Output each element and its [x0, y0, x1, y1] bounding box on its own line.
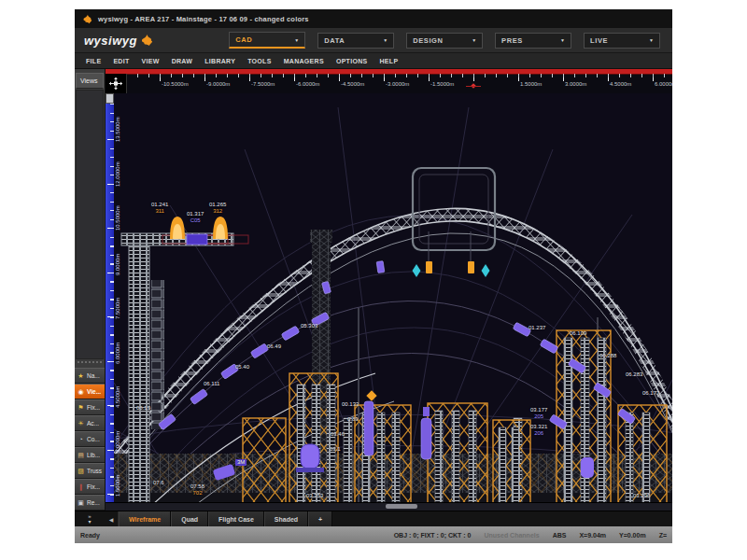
view-tab[interactable]: + [308, 511, 332, 526]
ruler-label: 6.0000m [655, 81, 672, 87]
ruler-label: -10.5000m [162, 81, 189, 87]
sidebar-shortcut[interactable]: ★ Na... [75, 368, 105, 384]
ruler-label: -1.5000m [430, 81, 454, 87]
shortcut-icon: ☀ [77, 420, 85, 427]
menu-item[interactable]: HELP [380, 58, 399, 64]
ruler-label: 1.5000m [520, 81, 542, 87]
menu-item[interactable]: DRAW [172, 58, 193, 64]
view-tab[interactable]: Wireframe [119, 511, 171, 526]
fixture-label: 06.283 [626, 371, 642, 378]
menu-item[interactable]: TOOLS [247, 58, 271, 64]
chevron-down-icon: ▼ [472, 37, 476, 43]
mode-button[interactable]: DATA ▼ [317, 33, 394, 49]
ruler-label: 1.5000m [115, 475, 120, 497]
fixture-label: 06.111 [204, 381, 219, 387]
fixture-label: 01.241 311 [151, 202, 168, 214]
fixture-label: 05.303 [301, 323, 317, 329]
ruler-label: 4.5000m [115, 386, 120, 408]
ruler-label: -6.0000m [296, 81, 319, 87]
menu-item[interactable]: LIBRARY [204, 58, 235, 64]
ruler-label: 12.0000m [115, 161, 120, 187]
ruler-label: 13.5000m [115, 117, 120, 142]
shortcut-icon: ∥ [77, 483, 85, 491]
mode-button[interactable]: PRES ▼ [495, 33, 571, 49]
view-tab[interactable]: Shaded [264, 511, 308, 526]
fixture-label: 06.49 [267, 343, 281, 350]
shortcut-icon: ⚑ [77, 404, 85, 412]
shortcut-drag-handle[interactable] [78, 361, 102, 367]
sidebar-shortcut[interactable]: ▤ Lib... [75, 447, 105, 463]
chevron-down-icon: ▼ [649, 37, 654, 43]
views-list-panel[interactable] [76, 90, 104, 359]
menu-item[interactable]: OPTIONS [336, 58, 368, 64]
fixture-label: 03.177 205 [530, 407, 547, 419]
app-logo-icon [82, 14, 92, 24]
ruler-label: -3.0000m [386, 81, 409, 87]
fixture-label: 03.46 [331, 431, 345, 438]
shortcut-icon: ▤ [77, 452, 85, 459]
app-window: wysiwyg - AREA 217 - Mainstage - 17 06 0… [75, 9, 672, 543]
fixture-label: 06.13 [136, 405, 150, 412]
chevron-down-icon: ▼ [383, 37, 388, 43]
tab-scroll-left-button[interactable]: ◀ [105, 511, 119, 526]
status-unused-channels: Unused Channels [485, 532, 540, 539]
view-tab[interactable]: Flight Case [208, 511, 264, 526]
fixture-label: 01.237 [529, 325, 545, 331]
fixture-label: 03.1 [330, 446, 341, 453]
ruler-label: 7.5000m [115, 298, 120, 319]
sidebar-shortcut[interactable]: ◉ Vie... [75, 384, 105, 399]
screenshot-canvas: wysiwyg - AREA 217 - Mainstage - 17 06 0… [0, 0, 747, 560]
fixture-label: 00.133 [342, 401, 359, 408]
views-panel-header[interactable]: Views [76, 73, 104, 89]
fixture-label: 03.321 206 [530, 424, 547, 436]
shortcut-icon: ▨ [77, 468, 85, 475]
ruler-label: 3.0000m [565, 81, 586, 87]
view-tab[interactable]: Quad [171, 511, 208, 526]
status-bar: Ready OBJ : 0; FIXT : 0; CKT : 0 Unused … [75, 526, 672, 543]
fixture-label: 06.177 [642, 390, 659, 397]
menu-item[interactable]: EDIT [113, 58, 129, 64]
fixture-label: 03.296 [633, 493, 650, 499]
sidebar-shortcut[interactable]: ⚑ Fix... [75, 399, 105, 415]
ruler-label: -7.5000m [251, 81, 275, 87]
move-axes-icon [109, 77, 122, 90]
ruler-corner-button[interactable] [106, 74, 127, 93]
sidebar-shortcut[interactable]: ◔ Co... [75, 431, 105, 447]
fixture-label: 03.353 [306, 493, 323, 499]
ruler-label: -9.0000m [206, 81, 230, 87]
fixture-label: 3M [235, 459, 247, 466]
horizontal-scrollbar[interactable] [106, 502, 672, 511]
title-bar: wysiwyg - AREA 217 - Mainstage - 17 06 0… [75, 9, 672, 28]
sidebar-shortcut[interactable]: ∥ Fix... [75, 479, 105, 495]
scene-svg [114, 93, 672, 502]
menu-item[interactable]: VIEW [142, 58, 160, 64]
status-y: Y=0.00m [619, 532, 646, 539]
scrollbar-thumb[interactable] [386, 504, 417, 509]
sidebar-more-buttons[interactable]: » ▾ [75, 511, 105, 526]
sidebar-shortcut[interactable]: ▨ Truss [75, 463, 105, 479]
fixture-label: 05.40 [235, 364, 249, 371]
ruler-label: -4.5000m [341, 81, 364, 87]
sidebar-shortcut[interactable]: ▣ Re... [75, 495, 105, 511]
window-title: wysiwyg - AREA 217 - Mainstage - 17 06 0… [98, 15, 309, 23]
shortcut-icon: ◔ [77, 436, 85, 442]
ruler-label: 10.5000m [115, 205, 120, 231]
sidebar-shortcut[interactable]: ☀ Ac... [75, 415, 105, 431]
mode-button[interactable]: DESIGN ▼ [406, 33, 483, 49]
logo-text: wysiwyg [84, 34, 137, 48]
ruler-origin-box [106, 93, 114, 104]
menu-item[interactable]: MANAGERS [284, 58, 324, 64]
mode-button[interactable]: LIVE ▼ [584, 33, 660, 49]
origin-marker [470, 82, 478, 91]
mode-bar: wysiwyg CAD ▼ DATA ▼ DESIGN ▼ PRES ▼ LIV… [75, 28, 672, 53]
chevron-down-icon: ▼ [294, 37, 299, 43]
mode-button[interactable]: CAD ▼ [229, 32, 305, 49]
vertical-ruler [106, 93, 114, 502]
ruler-label: 3.0000m [115, 431, 120, 453]
fixture-label: 01.265 312 [209, 202, 226, 214]
view-tab-bar: » ▾ ◀ Wireframe Quad Flight Case Shaded … [75, 511, 672, 526]
cad-viewport[interactable]: 01.241 311 01.317 C05 01.265 312 05.303 [114, 93, 672, 502]
logo-splash-icon [139, 34, 154, 47]
wysiwyg-logo: wysiwyg [84, 34, 229, 48]
menu-item[interactable]: FILE [86, 58, 101, 64]
